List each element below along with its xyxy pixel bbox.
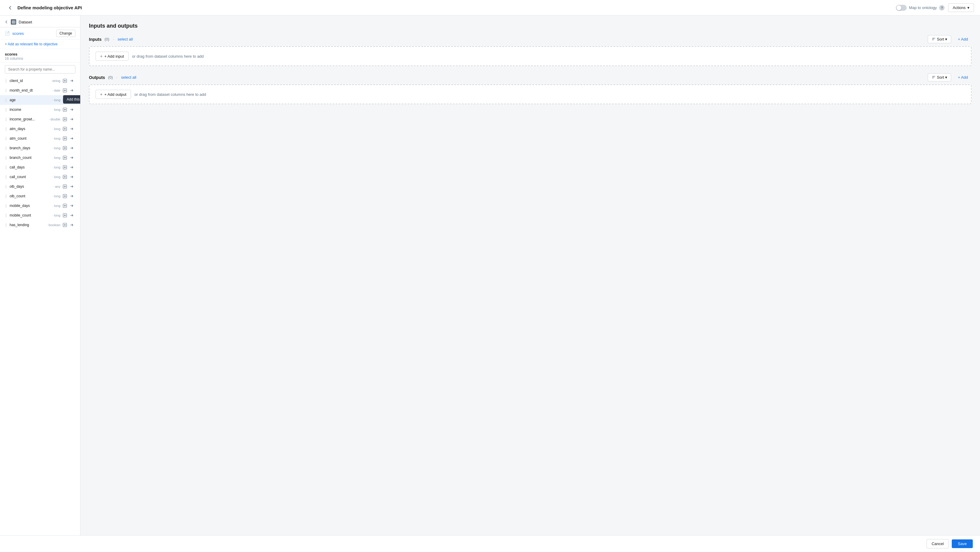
add-to-outputs-button[interactable] bbox=[69, 126, 75, 132]
file-name[interactable]: scores bbox=[12, 31, 24, 36]
property-actions bbox=[62, 193, 75, 199]
property-actions bbox=[62, 212, 75, 219]
list-item[interactable]: ⣿ mobile_days · long bbox=[0, 201, 80, 210]
search-input[interactable] bbox=[5, 65, 75, 73]
add-output-button[interactable]: + + Add output bbox=[95, 90, 131, 99]
inputs-header-left: Inputs (0) · select all bbox=[89, 37, 133, 42]
property-name: call_count bbox=[10, 175, 52, 179]
add-to-outputs-button[interactable] bbox=[69, 135, 75, 142]
list-item[interactable]: ⣿ income · long bbox=[0, 105, 80, 115]
outputs-sort-button[interactable]: Sort ▾ bbox=[928, 73, 951, 81]
add-to-inputs-button[interactable] bbox=[62, 202, 68, 209]
back-button[interactable] bbox=[6, 3, 14, 12]
property-actions bbox=[62, 126, 75, 132]
list-item[interactable]: ⣿ olb_days · any bbox=[0, 182, 80, 191]
property-actions bbox=[62, 183, 75, 190]
add-to-outputs-button[interactable] bbox=[69, 106, 75, 113]
list-item[interactable]: ⣿ client_id · string bbox=[0, 76, 80, 86]
list-item[interactable]: ⣿ olb_count · long bbox=[0, 191, 80, 201]
inputs-header-right: Sort ▾ + Add bbox=[928, 35, 972, 43]
outputs-add-button[interactable]: + Add bbox=[954, 73, 972, 81]
list-item[interactable]: ⣿ branch_days · long bbox=[0, 143, 80, 153]
add-to-outputs-button[interactable] bbox=[69, 193, 75, 199]
list-item[interactable]: ⣿ call_days · long bbox=[0, 162, 80, 172]
property-type: boolean bbox=[49, 223, 60, 227]
add-to-inputs-button[interactable] bbox=[62, 154, 68, 161]
save-button[interactable]: Save bbox=[952, 539, 973, 548]
type-dot: · bbox=[52, 156, 54, 159]
property-type: long bbox=[54, 204, 60, 208]
svg-rect-0 bbox=[12, 21, 15, 24]
list-item[interactable]: ⣿ has_lending · boolean bbox=[0, 220, 80, 230]
add-to-inputs-button[interactable] bbox=[62, 87, 68, 94]
add-to-inputs-button[interactable] bbox=[62, 126, 68, 132]
property-actions bbox=[62, 116, 75, 122]
add-input-label: + Add input bbox=[104, 54, 124, 59]
outputs-header: Outputs (0) · select all Sort ▾ bbox=[89, 73, 972, 81]
dataset-section: scores 16 columns bbox=[0, 49, 80, 63]
list-item[interactable]: ⣿ mobile_count · long bbox=[0, 210, 80, 220]
add-to-inputs-button[interactable] bbox=[62, 135, 68, 142]
add-input-button[interactable]: + + Add input bbox=[95, 52, 129, 60]
add-to-outputs-button[interactable] bbox=[69, 183, 75, 190]
app-header: Define modeling objective API Map to ont… bbox=[0, 0, 980, 16]
add-to-outputs-button[interactable] bbox=[69, 97, 75, 103]
property-type: date bbox=[54, 89, 60, 92]
add-to-outputs-button[interactable] bbox=[69, 173, 75, 180]
sidebar-back-button[interactable] bbox=[5, 20, 8, 24]
add-to-outputs-button[interactable] bbox=[69, 78, 75, 84]
add-to-inputs-button[interactable] bbox=[62, 173, 68, 180]
list-item[interactable]: ⣿ call_count · long bbox=[0, 172, 80, 182]
add-to-inputs-button[interactable] bbox=[62, 106, 68, 113]
add-to-inputs-button[interactable] bbox=[62, 212, 68, 219]
add-to-outputs-button[interactable] bbox=[69, 154, 75, 161]
add-to-outputs-button[interactable] bbox=[69, 202, 75, 209]
inputs-add-button[interactable]: + Add bbox=[954, 35, 972, 43]
property-name: branch_days bbox=[10, 146, 52, 150]
add-to-inputs-button[interactable] bbox=[62, 183, 68, 190]
add-to-inputs-button[interactable] bbox=[62, 78, 68, 84]
drag-handle: ⣿ bbox=[5, 108, 7, 112]
list-item[interactable]: ⣿ month_end_dt · date bbox=[0, 86, 80, 95]
add-to-inputs-button[interactable] bbox=[62, 145, 68, 151]
sidebar-header: Dataset bbox=[0, 16, 80, 27]
add-to-outputs-button[interactable] bbox=[69, 222, 75, 228]
add-to-inputs-button[interactable] bbox=[62, 164, 68, 170]
help-icon[interactable]: ? bbox=[939, 5, 945, 11]
add-to-outputs-button[interactable] bbox=[69, 116, 75, 122]
inputs-select-all[interactable]: select all bbox=[118, 37, 133, 41]
map-to-ontology-toggle[interactable] bbox=[896, 5, 907, 11]
list-item[interactable]: ⣿ age · long Add this object property to… bbox=[0, 95, 80, 105]
cancel-button[interactable]: Cancel bbox=[926, 539, 949, 549]
drag-handle: ⣿ bbox=[5, 204, 7, 208]
inputs-add-label: + Add bbox=[958, 37, 968, 41]
add-to-outputs-button[interactable] bbox=[69, 87, 75, 94]
add-to-outputs-button[interactable] bbox=[69, 145, 75, 151]
list-item[interactable]: ⣿ income_growt... · double bbox=[0, 115, 80, 124]
section-title: Inputs and outputs bbox=[89, 23, 972, 29]
actions-button[interactable]: Actions ▾ bbox=[948, 3, 974, 12]
add-to-inputs-button[interactable] bbox=[62, 116, 68, 122]
inputs-sort-button[interactable]: Sort ▾ bbox=[928, 35, 951, 43]
add-file-label: + Add as relevant file to objective bbox=[5, 42, 58, 46]
type-dot: · bbox=[52, 204, 54, 208]
change-button[interactable]: Change bbox=[56, 30, 75, 37]
type-dot: · bbox=[52, 175, 54, 179]
add-to-outputs-button[interactable] bbox=[69, 164, 75, 170]
add-to-outputs-button[interactable] bbox=[69, 212, 75, 219]
type-dot: · bbox=[52, 146, 54, 150]
list-item[interactable]: ⣿ atm_count · long bbox=[0, 134, 80, 143]
property-name: mobile_days bbox=[10, 204, 52, 208]
add-to-inputs-button[interactable] bbox=[62, 222, 68, 228]
main-layout: Dataset 📄 scores Change + Add as relevan… bbox=[0, 16, 980, 535]
sort-icon-2 bbox=[932, 75, 936, 80]
sidebar-file-row: 📄 scores Change bbox=[0, 27, 80, 40]
list-item[interactable]: ⣿ branch_count · long bbox=[0, 153, 80, 162]
outputs-select-all[interactable]: select all bbox=[121, 75, 137, 80]
add-to-inputs-button[interactable] bbox=[62, 97, 68, 103]
add-file-link[interactable]: + Add as relevant file to objective bbox=[0, 40, 80, 49]
property-name: client_id bbox=[10, 79, 50, 83]
property-actions bbox=[62, 78, 75, 84]
list-item[interactable]: ⣿ atm_days · long bbox=[0, 124, 80, 134]
add-to-inputs-button[interactable] bbox=[62, 193, 68, 199]
